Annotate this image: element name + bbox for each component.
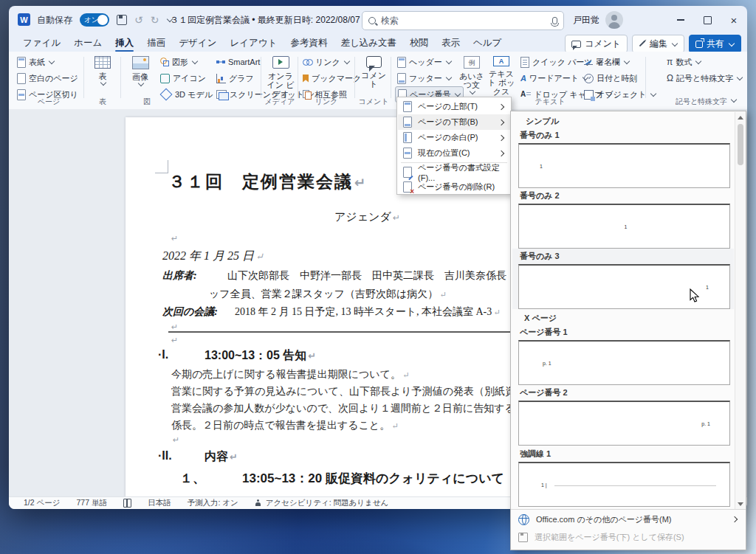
scrollbar-thumb[interactable]: [738, 124, 743, 165]
tab-layout[interactable]: レイアウト: [223, 34, 284, 52]
ribbon-group-comments: コメント コメント: [358, 52, 389, 109]
signature-line-button[interactable]: 署名欄: [582, 55, 632, 69]
text-box-icon: A: [493, 56, 509, 66]
mouse-cursor: [689, 288, 702, 303]
gallery-item-number-only-1[interactable]: 番号のみ 1 1: [512, 128, 734, 188]
blank-page-button[interactable]: 空白のページ: [15, 71, 80, 86]
tab-home[interactable]: ホーム: [67, 34, 109, 52]
section1-heading-text: 13:00~13：05 告知↵: [205, 348, 316, 364]
undo-icon[interactable]: ↺: [134, 14, 143, 26]
desktop: W 自動保存 オン ↺ ↻ ３１回定例営業会議 • 最終更新日時: 2022/0…: [0, 0, 756, 554]
pictures-button[interactable]: 画像: [126, 54, 155, 100]
gallery-section-simple: シンプル: [526, 116, 559, 127]
share-button[interactable]: 共有: [689, 35, 741, 53]
tab-draw[interactable]: 描画: [140, 34, 172, 52]
word-count[interactable]: 777 単語: [77, 498, 107, 508]
tab-design[interactable]: デザイン: [172, 34, 223, 52]
comment-icon: [571, 41, 581, 48]
editing-chevron-icon: [672, 40, 678, 46]
cover-page-button[interactable]: 表紙: [15, 55, 57, 69]
page-indicator[interactable]: 1/2 ページ: [24, 498, 61, 508]
remove-page-numbers-icon: [403, 181, 412, 193]
ribbon-group-links: リンク ブックマーク 相互参照 リンク: [300, 52, 352, 109]
globe-icon: [518, 514, 529, 525]
video-icon: [272, 56, 289, 69]
gallery-footer-separator: [511, 509, 746, 510]
avatar[interactable]: [605, 11, 623, 29]
greeting-line-button[interactable]: 例あいさつ文: [458, 54, 486, 100]
tab-insert[interactable]: 挿入: [109, 34, 140, 52]
minimize-icon: [677, 19, 684, 20]
ribbon-group-pages: 表紙 空白のページ ページ区切り ページ: [15, 52, 83, 109]
current-position-icon: [403, 148, 412, 159]
menu-item-format-page-numbers[interactable]: ページ番号の書式設定(F)...: [398, 165, 510, 180]
gallery-footer-more-from-office[interactable]: Office.com のその他のページ番号(M): [511, 510, 746, 528]
gallery-item-accent-bar-1[interactable]: 強調線 1 1 |: [512, 446, 734, 507]
doc-date: 2022 年 1 月 25 日↵: [162, 249, 264, 264]
scroll-down-icon[interactable]: [738, 502, 743, 506]
equation-button[interactable]: π数式: [664, 55, 704, 69]
smartart-button[interactable]: SmartArt: [214, 55, 262, 69]
menu-item-remove-page-numbers[interactable]: ページ番号の削除(R): [398, 179, 510, 195]
bookmark-icon: [303, 75, 309, 83]
ime-prediction[interactable]: 予測入力: オン: [187, 498, 238, 508]
picture-icon: [132, 56, 149, 69]
shapes-icon: [160, 58, 169, 66]
gallery-item-page-number-1[interactable]: ページ番号 1 p. 1: [512, 325, 734, 385]
table-button[interactable]: 表: [88, 54, 117, 100]
gallery-preview: 1 |: [518, 462, 730, 507]
new-comment-button[interactable]: コメント: [360, 54, 388, 100]
toggle-knob: [97, 15, 108, 25]
minimize-button[interactable]: [667, 6, 694, 34]
tab-view[interactable]: 表示: [435, 34, 467, 52]
tab-review[interactable]: 校閲: [403, 34, 435, 52]
save-icon[interactable]: [117, 15, 127, 25]
comments-button[interactable]: コメント: [565, 35, 628, 53]
word-app-icon[interactable]: W: [18, 13, 30, 26]
footer-button[interactable]: フッター: [395, 71, 454, 86]
gallery-item-page-number-2[interactable]: ページ番号 2 p. 1: [512, 385, 734, 446]
icons-button[interactable]: アイコン: [158, 71, 208, 86]
link-button[interactable]: リンク: [300, 55, 352, 69]
maximize-button[interactable]: [694, 6, 721, 34]
section1-heading: ·I.: [158, 348, 168, 361]
language-indicator[interactable]: 日本語: [148, 498, 171, 508]
accessibility-status[interactable]: アクセシビリティ: 問題ありません: [255, 498, 389, 508]
body-line: 今期の売上げに関する報告書提出期限について。↵: [171, 368, 409, 381]
gallery-scrollbar[interactable]: [735, 112, 745, 510]
tab-help[interactable]: ヘルプ: [467, 34, 508, 52]
online-video-button[interactable]: オンライン ビデオ: [265, 54, 296, 100]
autosave-toggle[interactable]: オン: [80, 13, 109, 27]
microphone-icon[interactable]: [552, 17, 557, 24]
chart-button[interactable]: グラフ: [214, 71, 256, 86]
proofing-icon[interactable]: [123, 499, 131, 508]
editing-button[interactable]: 編集: [632, 35, 684, 53]
redo-icon[interactable]: ↻: [151, 14, 159, 26]
tab-mailings[interactable]: 差し込み文書: [334, 34, 403, 52]
quick-parts-icon: [520, 57, 529, 68]
close-button[interactable]: ×: [721, 6, 747, 34]
page-number-gallery: シンプル 番号のみ 1 1 番号のみ 2 1 番号のみ 3 1 X ページ ペー…: [510, 111, 746, 550]
format-page-numbers-icon: [403, 167, 412, 178]
gallery-item-number-only-2[interactable]: 番号のみ 2 1: [512, 188, 734, 249]
wordart-button[interactable]: Aワードアート: [518, 71, 591, 86]
search-box[interactable]: 検索: [362, 11, 564, 30]
margin-crop-mark: [155, 160, 168, 173]
search-placeholder: 検索: [381, 15, 399, 27]
menu-item-bottom-of-page[interactable]: ページの下部(B): [398, 114, 510, 130]
tab-references[interactable]: 参考資料: [284, 34, 334, 52]
header-button[interactable]: ヘッダー: [395, 55, 454, 69]
shapes-button[interactable]: 図形: [158, 55, 200, 69]
date-time-button[interactable]: 日付と時刻: [582, 71, 639, 86]
symbol-button[interactable]: Ω記号と特殊文字: [664, 71, 745, 86]
attendees-line1: 山下次郎部長 中野洋一部長 田中英二課長 吉川美奈係長 営: [227, 269, 527, 283]
ribbon-group-illustrations: 画像 図形 アイコン 3D モデル SmartArt グラフ スクリーンショット…: [124, 52, 258, 109]
section2-heading-text: 内容↵: [205, 449, 238, 465]
scroll-up-icon[interactable]: [738, 116, 743, 120]
menu-item-current-position[interactable]: 現在の位置(C): [398, 145, 510, 161]
menu-item-top-of-page[interactable]: ページの上部(T): [398, 99, 510, 114]
account-area[interactable]: 戸田覚: [573, 6, 623, 34]
tab-file[interactable]: ファイル: [16, 34, 67, 52]
menu-item-page-margins[interactable]: ページの余白(P): [398, 130, 510, 145]
text-box-button[interactable]: Aテキスト ボックス: [487, 54, 515, 100]
